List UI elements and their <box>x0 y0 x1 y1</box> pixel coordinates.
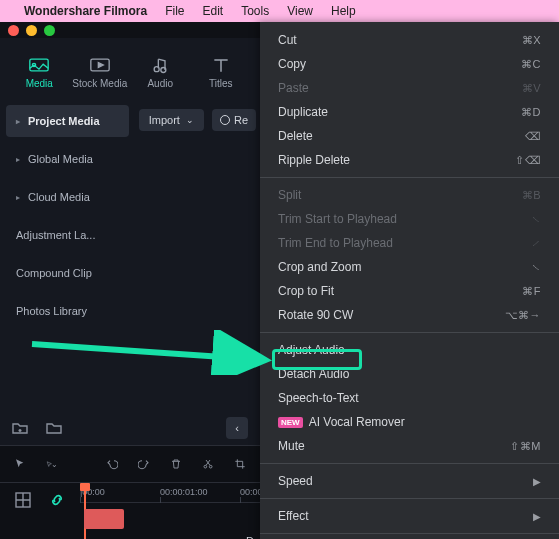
tab-stock-label: Stock Media <box>72 78 127 89</box>
timeline-clip[interactable] <box>84 509 124 529</box>
window-minimize-button[interactable] <box>26 25 37 36</box>
sidebar-item-compound-clip[interactable]: Compound Clip <box>6 257 129 289</box>
undo-icon[interactable] <box>106 455 118 473</box>
menu-file[interactable]: File <box>165 4 184 18</box>
tab-titles[interactable]: Titles <box>192 52 251 93</box>
menu-item-label: Trim End to Playhead <box>278 236 530 250</box>
menu-item-paste: Paste⌘V <box>260 76 559 100</box>
disclosure-triangle-icon: ▸ <box>16 193 20 202</box>
svg-point-3 <box>154 67 159 72</box>
menu-shortcut: ⌘C <box>521 58 541 71</box>
menu-shortcut: ⌘B <box>522 189 541 202</box>
svg-point-6 <box>209 465 212 468</box>
chevron-down-icon: ⌄ <box>186 115 194 125</box>
menu-shortcut: ⟍ <box>530 213 542 225</box>
menu-item-label: Adjust Audio <box>278 343 541 357</box>
sidebar-item-adjustment-layer[interactable]: Adjustment La... <box>6 219 129 251</box>
menu-item-copy[interactable]: Copy⌘C <box>260 52 559 76</box>
import-button[interactable]: Import ⌄ <box>139 109 204 131</box>
menu-tools[interactable]: Tools <box>241 4 269 18</box>
menu-item-label: Copy <box>278 57 521 71</box>
ruler-tick: |00:00 <box>80 483 160 502</box>
media-source-list: ▸Project Media ▸Global Media ▸Cloud Medi… <box>0 99 135 339</box>
window-close-button[interactable] <box>8 25 19 36</box>
mac-menubar: Wondershare Filmora File Edit Tools View… <box>0 0 559 22</box>
menu-shortcut: ⌘D <box>521 106 541 119</box>
tab-audio[interactable]: Audio <box>131 52 190 93</box>
disclosure-triangle-icon: ▸ <box>16 155 20 164</box>
menu-view[interactable]: View <box>287 4 313 18</box>
collapse-panel-button[interactable]: ‹ <box>226 417 248 439</box>
ruler-tick: 00:00:01:00 <box>160 483 240 502</box>
disclosure-triangle-icon: ▸ <box>16 117 20 126</box>
pointer-tool-icon[interactable] <box>14 455 26 473</box>
tab-audio-label: Audio <box>147 78 173 89</box>
menu-shortcut: ⌘V <box>522 82 541 95</box>
menu-item-delete[interactable]: Delete⌫ <box>260 124 559 148</box>
media-tabs: Media Stock Media Audio Titles <box>0 38 260 99</box>
menu-separator <box>260 533 559 534</box>
menu-item-ai-vocal-remover[interactable]: NEWAI Vocal Remover <box>260 410 559 434</box>
sidebar-item-photos-library[interactable]: Photos Library <box>6 295 129 327</box>
menu-edit[interactable]: Edit <box>202 4 223 18</box>
menu-item-trim-end-to-playhead: Trim End to Playhead⟋ <box>260 231 559 255</box>
menu-item-label: Speech-to-Text <box>278 391 541 405</box>
record-icon <box>220 115 230 125</box>
menu-item-speech-to-text[interactable]: Speech-to-Text <box>260 386 559 410</box>
sidebar-item-cloud-media[interactable]: ▸Cloud Media <box>6 181 129 213</box>
timeline[interactable]: |00:00 00:00:01:00 00:00:02:00 <box>0 483 260 539</box>
menu-shortcut: ⌥⌘→ <box>505 309 542 322</box>
audio-icon <box>150 56 170 74</box>
record-label: Re <box>234 114 248 126</box>
menu-item-trim-start-to-playhead: Trim Start to Playhead⟍ <box>260 207 559 231</box>
new-folder-icon[interactable] <box>12 421 28 435</box>
menu-shortcut: ⌘X <box>522 34 541 47</box>
sidebar-item-label: Project Media <box>28 115 100 127</box>
menu-item-effect[interactable]: Effect▶ <box>260 504 559 528</box>
menu-item-crop-and-zoom[interactable]: Crop and Zoom⟍ <box>260 255 559 279</box>
menu-item-label: Cut <box>278 33 522 47</box>
timeline-toolbar: ⌄ <box>0 445 260 483</box>
sidebar-item-global-media[interactable]: ▸Global Media <box>6 143 129 175</box>
link-icon[interactable] <box>48 491 66 509</box>
menu-item-label: Effect <box>278 509 533 523</box>
menu-shortcut: ⇧⌫ <box>515 154 541 167</box>
menu-item-label: Crop to Fit <box>278 284 522 298</box>
timeline-grid-icon[interactable] <box>14 491 32 509</box>
delete-icon[interactable] <box>170 455 182 473</box>
select-tool-icon[interactable]: ⌄ <box>46 455 58 473</box>
sidebar-item-project-media[interactable]: ▸Project Media <box>6 105 129 137</box>
stock-media-icon <box>90 56 110 74</box>
sidebar-item-label: Cloud Media <box>28 191 90 203</box>
split-icon[interactable] <box>202 455 214 473</box>
window-zoom-button[interactable] <box>44 25 55 36</box>
svg-point-5 <box>204 465 207 468</box>
menu-item-duplicate[interactable]: Duplicate⌘D <box>260 100 559 124</box>
menu-item-adjust-audio[interactable]: Adjust Audio <box>260 338 559 362</box>
menu-item-detach-audio[interactable]: Detach Audio <box>260 362 559 386</box>
menu-item-rotate-90-cw[interactable]: Rotate 90 CW⌥⌘→ <box>260 303 559 327</box>
menu-item-label: Rotate 90 CW <box>278 308 505 322</box>
menu-item-crop-to-fit[interactable]: Crop to Fit⌘F <box>260 279 559 303</box>
folder-icon[interactable] <box>46 421 62 435</box>
app-name[interactable]: Wondershare Filmora <box>24 4 147 18</box>
sidebar-item-label: Photos Library <box>16 305 87 317</box>
menu-item-label: Ripple Delete <box>278 153 515 167</box>
menu-item-label: Duplicate <box>278 105 521 119</box>
sidebar-item-label: Adjustment La... <box>16 229 96 241</box>
titles-icon <box>211 56 231 74</box>
tab-stock-media[interactable]: Stock Media <box>71 52 130 93</box>
tab-media[interactable]: Media <box>10 52 69 93</box>
menu-help[interactable]: Help <box>331 4 356 18</box>
menu-item-label: Split <box>278 188 522 202</box>
menu-item-ripple-delete[interactable]: Ripple Delete⇧⌫ <box>260 148 559 172</box>
record-button[interactable]: Re <box>212 109 256 131</box>
crop-icon[interactable] <box>234 455 246 473</box>
menu-item-cut[interactable]: Cut⌘X <box>260 28 559 52</box>
redo-icon[interactable] <box>138 455 150 473</box>
menu-item-label: Trim Start to Playhead <box>278 212 530 226</box>
menu-item-mute[interactable]: Mute⇧⌘M <box>260 434 559 458</box>
menu-shortcut: ⌘F <box>522 285 541 298</box>
menu-item-speed[interactable]: Speed▶ <box>260 469 559 493</box>
media-icon <box>29 56 49 74</box>
